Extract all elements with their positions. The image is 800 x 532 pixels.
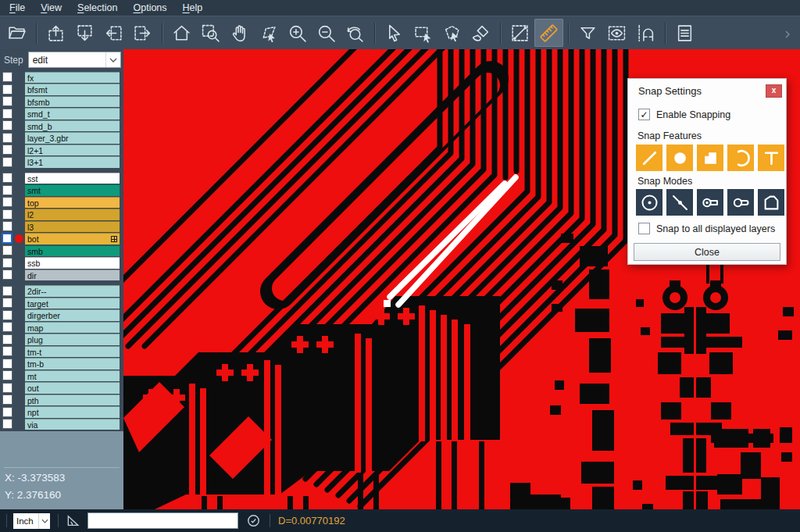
- layer-name[interactable]: l3+1: [25, 156, 120, 168]
- layer-visibility-checkbox[interactable]: [2, 270, 12, 280]
- select-rect-button[interactable]: [409, 19, 438, 47]
- layer-visibility-checkbox[interactable]: [2, 370, 12, 380]
- layer-name[interactable]: out: [25, 382, 120, 394]
- layer-name[interactable]: npt: [25, 406, 120, 418]
- layer-row-smt[interactable]: smt: [0, 184, 123, 197]
- zoom-in-button[interactable]: [283, 19, 312, 47]
- layer-visibility-checkbox[interactable]: [2, 407, 12, 417]
- snap-feature-pad-button[interactable]: [666, 145, 693, 171]
- layer-name[interactable]: bot: [25, 233, 120, 245]
- layer-name[interactable]: plug: [25, 334, 120, 345]
- layer-name[interactable]: l3: [25, 221, 120, 233]
- layer-name[interactable]: sst: [25, 173, 120, 184]
- zoom-area-button[interactable]: [196, 19, 225, 47]
- snap-mode-contour-button[interactable]: [758, 189, 784, 216]
- home-view-button[interactable]: [167, 19, 196, 47]
- layer-visibility-checkbox[interactable]: [2, 145, 12, 155]
- layer-name[interactable]: smt: [25, 184, 120, 196]
- close-button[interactable]: Close: [634, 243, 780, 261]
- layer-visibility-checkbox[interactable]: [2, 72, 12, 82]
- layer-row-sst[interactable]: sst: [0, 172, 123, 184]
- snap-mode-point-on-line-button[interactable]: [666, 189, 693, 216]
- layer-row-map[interactable]: map: [0, 321, 123, 334]
- layer-visibility-checkbox[interactable]: [2, 157, 12, 167]
- layer-name[interactable]: pth: [25, 395, 120, 406]
- measure-line-button[interactable]: [505, 19, 534, 47]
- snap-magnet-button[interactable]: [631, 19, 660, 47]
- layer-name[interactable]: smd_b: [25, 120, 120, 132]
- view-area-button[interactable]: [602, 19, 631, 47]
- menu-help[interactable]: Help: [175, 2, 211, 13]
- shift-down-button[interactable]: [70, 19, 99, 47]
- snap-mode-slot-center-button[interactable]: [697, 189, 723, 216]
- layer-name[interactable]: via: [25, 419, 120, 430]
- layer-name[interactable]: mt: [25, 370, 120, 382]
- layer-row-npt[interactable]: npt: [0, 406, 123, 419]
- menu-file[interactable]: File: [2, 2, 33, 13]
- layer-visibility-checkbox[interactable]: [2, 221, 12, 231]
- layer-row-tm-b[interactable]: tm-b: [0, 358, 123, 370]
- snap-feature-line-button[interactable]: [636, 145, 662, 171]
- layer-row-out[interactable]: out: [0, 382, 123, 395]
- menu-selection[interactable]: Selection: [70, 2, 125, 13]
- unit-dropdown[interactable]: Inch: [13, 513, 50, 529]
- layer-visibility-checkbox[interactable]: [2, 258, 12, 268]
- snap-all-layers-option[interactable]: Snap to all displayed layers: [638, 223, 775, 234]
- layer-visibility-checkbox[interactable]: [2, 298, 12, 308]
- layer-visibility-checkbox[interactable]: [2, 233, 12, 244]
- layer-row-via[interactable]: via: [0, 418, 123, 430]
- layer-row-ssb[interactable]: ssb: [0, 257, 123, 270]
- layer-row-smd_t[interactable]: smd_t: [0, 108, 123, 120]
- zoom-out-button[interactable]: [312, 19, 341, 47]
- layer-visibility-checkbox[interactable]: [2, 96, 12, 106]
- snap-feature-text-button[interactable]: [758, 145, 784, 171]
- select-arrow-button[interactable]: [380, 19, 409, 47]
- layer-visibility-checkbox[interactable]: [2, 109, 12, 119]
- layer-row-l3+1[interactable]: l3+1: [0, 156, 123, 169]
- layer-row-l2[interactable]: l2: [0, 209, 123, 221]
- layer-row-dirgerber[interactable]: dirgerber: [0, 309, 123, 322]
- pan-hand-button[interactable]: [225, 19, 254, 47]
- snap-feature-surface-button[interactable]: [697, 145, 723, 171]
- layer-name[interactable]: l2: [25, 209, 120, 220]
- layer-name[interactable]: target: [25, 298, 120, 309]
- layer-row-2dir--[interactable]: 2dir--: [0, 285, 123, 298]
- layer-row-l2+1[interactable]: l2+1: [0, 144, 123, 156]
- layer-visibility-checkbox[interactable]: [2, 419, 12, 429]
- layer-name[interactable]: dir: [25, 270, 120, 281]
- layer-visibility-checkbox[interactable]: [2, 286, 12, 296]
- measure-input[interactable]: [88, 512, 238, 529]
- layer-name[interactable]: ssb: [25, 257, 120, 269]
- layer-row-l3[interactable]: l3: [0, 220, 123, 233]
- layer-name[interactable]: tm-t: [25, 346, 120, 358]
- menu-options[interactable]: Options: [125, 2, 174, 13]
- layer-visibility-checkbox[interactable]: [2, 395, 12, 405]
- shift-right-button[interactable]: [128, 19, 157, 47]
- layer-visibility-checkbox[interactable]: [2, 133, 12, 143]
- measure-ruler-button[interactable]: [534, 19, 563, 47]
- layer-name[interactable]: top: [25, 197, 120, 209]
- layer-name[interactable]: bfsmb: [25, 96, 120, 108]
- layer-name[interactable]: fx: [25, 72, 120, 84]
- layer-row-mt[interactable]: mt: [0, 370, 123, 382]
- layer-visibility-checkbox[interactable]: [2, 383, 12, 393]
- layer-visibility-checkbox[interactable]: [2, 310, 12, 320]
- clear-brush-button[interactable]: [466, 19, 495, 47]
- step-dropdown[interactable]: edit: [28, 52, 121, 68]
- snap-mode-slot-button[interactable]: [727, 189, 754, 216]
- layer-visibility-checkbox[interactable]: [2, 84, 12, 95]
- layer-row-dir[interactable]: dir: [0, 269, 123, 281]
- layer-row-fx[interactable]: fx: [0, 71, 123, 84]
- enable-snapping-option[interactable]: Enable Snapping: [638, 109, 730, 120]
- layer-row-pth[interactable]: pth: [0, 394, 123, 406]
- layer-name[interactable]: l2+1: [25, 145, 120, 156]
- layer-name[interactable]: map: [25, 322, 120, 334]
- layer-row-bfsmb[interactable]: bfsmb: [0, 95, 123, 108]
- snap-mode-center-button[interactable]: [636, 189, 662, 216]
- menu-view[interactable]: View: [33, 2, 70, 13]
- zoom-previous-button[interactable]: [341, 19, 370, 47]
- layer-visibility-checkbox[interactable]: [2, 173, 12, 183]
- layer-visibility-checkbox[interactable]: [2, 120, 12, 130]
- shift-left-button[interactable]: [99, 19, 128, 47]
- dialog-close-icon[interactable]: x: [766, 84, 782, 98]
